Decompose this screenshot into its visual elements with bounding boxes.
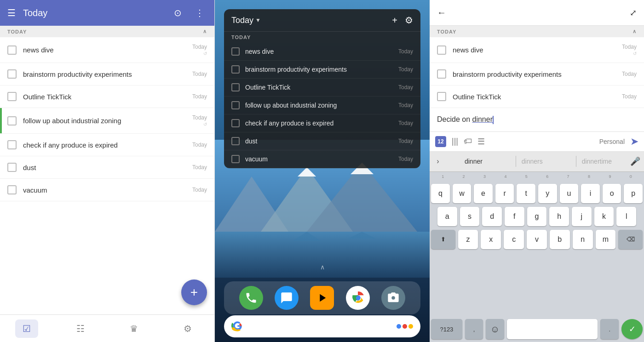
hamburger-icon[interactable]: ☰	[7, 7, 16, 18]
widget-checkbox[interactable]	[231, 137, 240, 145]
key-j[interactable]: j	[572, 207, 592, 226]
task-checkbox[interactable]	[7, 116, 17, 125]
key-c[interactable]: c	[504, 230, 524, 249]
list-label[interactable]: Personal	[599, 138, 625, 145]
task-checkbox[interactable]	[7, 163, 17, 172]
settings-icon[interactable]: ⚙	[405, 15, 413, 26]
comma-key[interactable]: ,	[465, 319, 483, 339]
key-z[interactable]: z	[458, 230, 478, 249]
tag-icon[interactable]: 🏷	[464, 137, 472, 146]
key-x[interactable]: x	[481, 230, 501, 249]
backspace-key[interactable]: ⌫	[618, 230, 643, 249]
task-item[interactable]: follow up about industrial zoningToday↺	[0, 108, 214, 134]
key-v[interactable]: v	[527, 230, 547, 249]
task-item[interactable]: brainstorm productivity experimentsToday	[0, 63, 214, 86]
key-o[interactable]: o	[603, 184, 621, 203]
task-checkbox[interactable]	[7, 185, 17, 194]
key-g[interactable]: g	[527, 207, 547, 226]
key-i[interactable]: i	[581, 184, 600, 203]
nav-tasks[interactable]: ☑	[15, 319, 38, 338]
widget-task-item[interactable]: follow up about industrial zoningToday	[224, 97, 420, 114]
emoji-key[interactable]: ☺	[486, 319, 504, 339]
nav-settings[interactable]: ⚙	[176, 319, 199, 338]
send-button[interactable]: ➤	[630, 136, 638, 148]
key-y[interactable]: y	[538, 184, 557, 203]
key-a[interactable]: a	[437, 207, 457, 226]
widget-checkbox[interactable]	[231, 47, 240, 56]
widget-checkbox[interactable]	[231, 119, 240, 127]
task-checkbox[interactable]	[7, 46, 17, 55]
back-icon[interactable]: ←	[437, 7, 446, 18]
key-s[interactable]: s	[460, 207, 480, 226]
widget-task-item[interactable]: vacuumToday	[224, 150, 420, 168]
expand-icon[interactable]: ⤢	[630, 8, 637, 18]
dock-messages[interactable]	[275, 286, 299, 310]
key-l[interactable]: l	[616, 207, 636, 226]
key-p[interactable]: p	[624, 184, 643, 203]
widget-task-item[interactable]: dustToday	[224, 132, 420, 150]
new-task-input-area[interactable]: Decide on dinner	[430, 108, 644, 132]
task-checkbox[interactable]	[7, 140, 17, 149]
key-h[interactable]: h	[549, 207, 569, 226]
key-d[interactable]: d	[482, 207, 502, 226]
task-item[interactable]: news diveToday↺	[0, 37, 214, 63]
key-b[interactable]: b	[550, 230, 570, 249]
right-task-checkbox[interactable]	[437, 69, 446, 79]
key-e[interactable]: e	[474, 184, 493, 203]
suggestion-dinner[interactable]: dinner	[461, 156, 486, 167]
add-task-fab[interactable]: +	[181, 279, 207, 305]
suggestion-dinners[interactable]: dinners	[516, 156, 546, 167]
task-checkbox[interactable]	[7, 69, 17, 79]
widget-task-item[interactable]: Outline TickTickToday	[224, 79, 420, 97]
right-task-checkbox[interactable]	[437, 46, 446, 55]
num-key[interactable]: ?123	[431, 319, 462, 339]
task-item[interactable]: vacuumToday	[0, 179, 214, 201]
key-m[interactable]: m	[596, 230, 616, 249]
widget-task-item[interactable]: news diveToday	[224, 43, 420, 61]
right-task-item[interactable]: brainstorm productivity experimentsToday	[430, 63, 644, 86]
key-q[interactable]: q	[431, 184, 450, 203]
google-search-bar[interactable]	[224, 315, 420, 337]
key-w[interactable]: w	[453, 184, 472, 203]
widget-checkbox[interactable]	[231, 101, 240, 109]
nav-focus[interactable]: ♛	[122, 319, 145, 338]
task-item[interactable]: check if any produce is expiredToday	[0, 134, 214, 156]
widget-checkbox[interactable]	[231, 83, 240, 91]
task-item[interactable]: dustToday	[0, 156, 214, 179]
widget-task-item[interactable]: check if any produce is expiredToday	[224, 114, 420, 132]
right-task-item[interactable]: Outline TickTickToday	[430, 86, 644, 108]
calendar-badge[interactable]: 12	[435, 136, 446, 147]
task-item[interactable]: Outline TickTickToday	[0, 86, 214, 108]
right-task-item[interactable]: news diveToday↺	[430, 37, 644, 63]
space-key[interactable]	[507, 319, 598, 339]
suggestions-expand[interactable]: ›	[430, 152, 446, 172]
dock-chrome[interactable]	[346, 286, 370, 310]
dock-camera[interactable]	[381, 286, 405, 310]
period-key[interactable]: .	[600, 319, 619, 339]
priority-icon[interactable]: |||	[452, 137, 458, 146]
widget-checkbox[interactable]	[231, 155, 240, 163]
suggestion-dinnertime[interactable]: dinnertime	[576, 156, 615, 167]
key-f[interactable]: f	[505, 207, 524, 226]
widget-section-header: TODAY	[224, 32, 420, 43]
target-icon[interactable]: ⊙	[170, 6, 185, 20]
shift-key[interactable]: ⬆	[431, 230, 455, 249]
list-icon[interactable]: ☰	[477, 137, 485, 147]
key-k[interactable]: k	[594, 207, 614, 226]
widget-task-item[interactable]: brainstorm productivity experimentsToday	[224, 61, 420, 79]
add-icon[interactable]: +	[392, 15, 397, 26]
google-mic[interactable]	[397, 324, 413, 329]
key-n[interactable]: n	[573, 230, 593, 249]
task-checkbox[interactable]	[7, 92, 17, 101]
widget-checkbox[interactable]	[231, 65, 240, 74]
right-task-checkbox[interactable]	[437, 92, 446, 101]
key-u[interactable]: u	[560, 184, 579, 203]
key-r[interactable]: r	[495, 184, 514, 203]
key-t[interactable]: t	[517, 184, 535, 203]
enter-key[interactable]: ✓	[621, 319, 643, 339]
mic-icon[interactable]: 🎤	[630, 156, 640, 166]
more-icon[interactable]: ⋮	[192, 6, 207, 20]
dock-phone[interactable]	[239, 286, 263, 310]
dock-plex[interactable]	[310, 286, 334, 310]
nav-calendar[interactable]: ☷	[69, 319, 92, 338]
